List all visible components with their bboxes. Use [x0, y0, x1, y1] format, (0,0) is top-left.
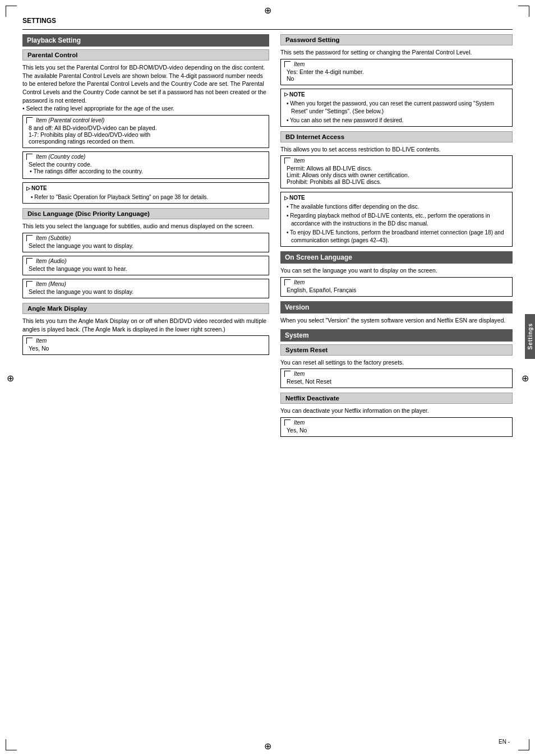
reg-mark-top: ⊕ [262, 4, 273, 16]
version-body: When you select "Version" the system sof… [280, 316, 513, 325]
bd-internet-body: This allows you to set access restrictio… [280, 145, 513, 154]
system-header: System [280, 329, 513, 342]
item-bd-internet-content: Permit: Allows all BD-LIVE discs. Limit:… [284, 164, 509, 186]
netflix-deactivate-body: You can deactivate your Netflix informat… [280, 407, 513, 415]
system-reset-subsection: System Reset You can reset all settings … [280, 344, 513, 389]
page: ⊕ ⊕ ⊕ ⊕ SETTINGS Playback Setting Parent… [0, 0, 535, 756]
right-column: Password Setting This sets the password … [280, 34, 513, 441]
bd-internet-header: BD Internet Access [280, 131, 513, 142]
password-note-box: NOTE • When you forget the password, you… [280, 89, 513, 127]
two-column-layout: Playback Setting Parental Control This l… [22, 34, 513, 441]
bd-internet-note-bullets: • The available functions differ dependi… [284, 203, 509, 245]
item-subtitle-content: Select the language you want to display. [26, 241, 265, 250]
item-audio-label: Item (Audio) [26, 258, 265, 264]
item-password-box: Item Yes: Enter the 4-digit number. No [280, 59, 513, 85]
disc-language-header: Disc Language (Disc Priority Language) [22, 208, 269, 219]
bd-internet-section: BD Internet Access This allows you to se… [280, 131, 513, 247]
disc-language-body: This lets you select the language for su… [22, 222, 269, 231]
item-parental-level-content: 8 and off: All BD-video/DVD-video can be… [26, 123, 265, 146]
item-angle-content: Yes, No [26, 344, 265, 353]
corner-mark-bl [6, 739, 17, 750]
parental-control-body: This lets you set the Parental Control f… [22, 63, 269, 113]
item-netflix-deactivate-box: Item Yes, No [280, 417, 513, 437]
item-password-label: Item [284, 61, 509, 67]
item-angle-box: Item Yes, No [22, 335, 269, 355]
on-screen-language-body: You can set the language you want to dis… [280, 266, 513, 275]
bd-internet-note-label: NOTE [284, 194, 509, 202]
angle-mark-body: This lets you turn the Angle Mark Displa… [22, 317, 269, 333]
item-parental-level-box: Item (Parental control level) 8 and off:… [22, 115, 269, 148]
password-note-bullets: • When you forget the password, you can … [284, 100, 509, 125]
item-country-code-content: Select the country code. The ratings dif… [26, 160, 265, 177]
password-note-label: NOTE [284, 91, 509, 99]
item-netflix-deactivate-label: Item [284, 420, 509, 426]
item-password-content: Yes: Enter the 4-digit number. No [284, 67, 509, 83]
password-setting-section: Password Setting This sets the password … [280, 34, 513, 127]
system-section: System System Reset You can reset all se… [280, 329, 513, 437]
item-on-screen-label: Item [284, 279, 509, 285]
playback-setting-header: Playback Setting [22, 34, 269, 47]
reg-mark-right: ⊕ [519, 372, 531, 384]
parental-control-section: Parental Control This lets you set the P… [22, 49, 269, 204]
settings-sidebar-tab: Settings [525, 314, 535, 359]
parental-control-header: Parental Control [22, 49, 269, 61]
item-menu-box: Item (Menu) Select the language you want… [22, 279, 269, 298]
page-indicator: EN - [499, 739, 510, 745]
parental-note-label: NOTE [26, 185, 265, 192]
item-menu-label: Item (Menu) [26, 281, 265, 287]
item-netflix-deactivate-content: Yes, No [284, 426, 509, 435]
item-audio-box: Item (Audio) Select the language you wan… [22, 256, 269, 275]
item-bd-internet-label: Item [284, 158, 509, 164]
netflix-deactivate-header: Netflix Deactivate [280, 393, 513, 404]
settings-section-header: SETTINGS [22, 17, 513, 30]
on-screen-language-section: On Screen Language You can set the langu… [280, 251, 513, 297]
item-bd-internet-box: Item Permit: Allows all BD-LIVE discs. L… [280, 155, 513, 188]
password-setting-header: Password Setting [280, 34, 513, 45]
parental-note-box: NOTE • Refer to "Basic Operation for Pla… [22, 182, 269, 204]
item-subtitle-label: Item (Subtitle) [26, 235, 265, 241]
reg-mark-bottom: ⊕ [262, 740, 273, 752]
item-audio-content: Select the language you want to hear. [26, 264, 265, 273]
netflix-deactivate-subsection: Netflix Deactivate You can deactivate yo… [280, 393, 513, 437]
system-reset-header: System Reset [280, 344, 513, 356]
angle-mark-header: Angle Mark Display [22, 303, 269, 314]
item-angle-label: Item [26, 338, 265, 344]
item-system-reset-content: Reset, Not Reset [284, 377, 509, 386]
item-system-reset-box: Item Reset, Not Reset [280, 368, 513, 388]
settings-title: SETTINGS [22, 17, 513, 25]
item-country-code-label: Item (Country code) [26, 154, 265, 160]
disc-language-section: Disc Language (Disc Priority Language) T… [22, 208, 269, 298]
corner-mark-tl [6, 6, 17, 17]
on-screen-language-header: On Screen Language [280, 251, 513, 264]
corner-mark-br [518, 739, 529, 750]
bd-internet-note-box: NOTE • The available functions differ de… [280, 192, 513, 247]
reg-mark-left: ⊕ [4, 372, 16, 384]
item-on-screen-content: English, Español, Français [284, 285, 509, 294]
left-column: Playback Setting Parental Control This l… [22, 34, 269, 441]
item-country-code-box: Item (Country code) Select the country c… [22, 151, 269, 179]
angle-mark-section: Angle Mark Display This lets you turn th… [22, 303, 269, 355]
corner-mark-tr [518, 6, 529, 17]
version-section: Version When you select "Version" the sy… [280, 301, 513, 325]
password-setting-body: This sets the password for setting or ch… [280, 48, 513, 57]
sidebar-tab-text: Settings [527, 323, 533, 349]
item-on-screen-box: Item English, Español, Français [280, 277, 513, 297]
item-menu-content: Select the language you want to display. [26, 287, 265, 296]
parental-bullet: • Select the rating level appropriate fo… [22, 105, 174, 112]
item-parental-level-label: Item (Parental control level) [26, 117, 265, 123]
version-header: Version [280, 301, 513, 314]
item-system-reset-label: Item [284, 371, 509, 377]
system-reset-body: You can reset all settings to the factor… [280, 358, 513, 367]
item-subtitle-box: Item (Subtitle) Select the language you … [22, 233, 269, 252]
parental-note-content: • Refer to "Basic Operation for Playback… [26, 193, 265, 201]
